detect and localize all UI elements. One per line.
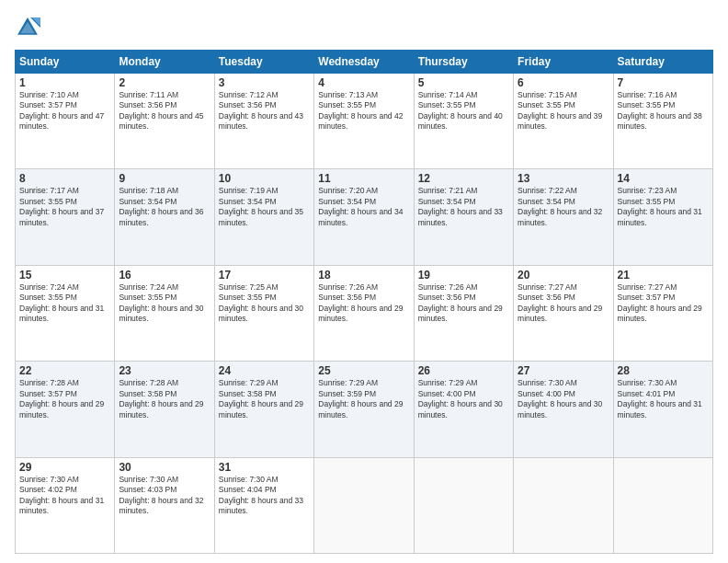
header	[15, 15, 713, 40]
cell-text: Sunrise: 7:26 AMSunset: 3:56 PMDaylight:…	[318, 282, 403, 323]
day-number: 7	[618, 76, 709, 89]
calendar-cell: 6Sunrise: 7:15 AMSunset: 3:55 PMDaylight…	[514, 74, 613, 169]
calendar-cell: 10Sunrise: 7:19 AMSunset: 3:54 PMDayligh…	[214, 169, 313, 265]
day-number: 4	[318, 76, 409, 89]
day-number: 30	[119, 461, 210, 474]
calendar-header-thursday: Thursday	[414, 51, 513, 74]
calendar-header-monday: Monday	[115, 51, 214, 74]
calendar-cell: 8Sunrise: 7:17 AMSunset: 3:55 PMDaylight…	[16, 169, 115, 265]
calendar-cell	[514, 457, 613, 553]
calendar-cell: 28Sunrise: 7:30 AMSunset: 4:01 PMDayligh…	[613, 362, 712, 457]
day-number: 21	[618, 269, 709, 282]
calendar-cell: 14Sunrise: 7:23 AMSunset: 3:55 PMDayligh…	[613, 169, 712, 265]
day-number: 20	[518, 269, 609, 282]
day-number: 14	[618, 172, 709, 185]
cell-text: Sunrise: 7:29 AMSunset: 4:00 PMDaylight:…	[418, 378, 503, 419]
cell-text: Sunrise: 7:12 AMSunset: 3:56 PMDaylight:…	[219, 90, 303, 131]
day-number: 9	[119, 172, 210, 185]
day-number: 15	[19, 269, 110, 282]
page: SundayMondayTuesdayWednesdayThursdayFrid…	[0, 0, 728, 563]
day-number: 8	[19, 172, 110, 185]
calendar-cell: 17Sunrise: 7:25 AMSunset: 3:55 PMDayligh…	[214, 265, 313, 361]
calendar-week-row: 15Sunrise: 7:24 AMSunset: 3:55 PMDayligh…	[16, 265, 713, 361]
calendar-cell: 3Sunrise: 7:12 AMSunset: 3:56 PMDaylight…	[214, 74, 313, 169]
cell-text: Sunrise: 7:29 AMSunset: 3:59 PMDaylight:…	[318, 378, 403, 419]
cell-text: Sunrise: 7:30 AMSunset: 4:04 PMDaylight:…	[219, 475, 303, 515]
calendar-cell: 18Sunrise: 7:26 AMSunset: 3:56 PMDayligh…	[314, 265, 414, 361]
day-number: 2	[119, 76, 210, 89]
day-number: 10	[219, 172, 310, 185]
calendar-cell: 5Sunrise: 7:14 AMSunset: 3:55 PMDaylight…	[414, 74, 513, 169]
cell-text: Sunrise: 7:25 AMSunset: 3:55 PMDaylight:…	[219, 282, 303, 323]
cell-text: Sunrise: 7:16 AMSunset: 3:55 PMDaylight:…	[618, 90, 702, 131]
cell-text: Sunrise: 7:30 AMSunset: 4:00 PMDaylight:…	[518, 378, 602, 419]
calendar-cell	[314, 457, 414, 553]
logo	[15, 15, 44, 40]
day-number: 5	[418, 76, 509, 89]
cell-text: Sunrise: 7:29 AMSunset: 3:58 PMDaylight:…	[219, 378, 303, 419]
day-number: 3	[219, 76, 310, 89]
day-number: 17	[219, 269, 310, 282]
calendar-cell: 1Sunrise: 7:10 AMSunset: 3:57 PMDaylight…	[16, 74, 115, 169]
calendar-week-row: 29Sunrise: 7:30 AMSunset: 4:02 PMDayligh…	[16, 457, 713, 553]
cell-text: Sunrise: 7:28 AMSunset: 3:57 PMDaylight:…	[19, 378, 104, 419]
day-number: 12	[418, 172, 509, 185]
day-number: 19	[418, 269, 509, 282]
cell-text: Sunrise: 7:15 AMSunset: 3:55 PMDaylight:…	[518, 90, 602, 131]
calendar-cell: 21Sunrise: 7:27 AMSunset: 3:57 PMDayligh…	[613, 265, 712, 361]
calendar-cell: 31Sunrise: 7:30 AMSunset: 4:04 PMDayligh…	[214, 457, 313, 553]
logo-icon	[15, 15, 40, 40]
day-number: 22	[19, 364, 110, 377]
calendar-cell: 9Sunrise: 7:18 AMSunset: 3:54 PMDaylight…	[115, 169, 214, 265]
day-number: 25	[318, 364, 409, 377]
cell-text: Sunrise: 7:30 AMSunset: 4:01 PMDaylight:…	[618, 378, 702, 419]
day-number: 18	[318, 269, 409, 282]
cell-text: Sunrise: 7:13 AMSunset: 3:55 PMDaylight:…	[318, 90, 403, 131]
cell-text: Sunrise: 7:19 AMSunset: 3:54 PMDaylight:…	[219, 186, 303, 226]
calendar-header-row: SundayMondayTuesdayWednesdayThursdayFrid…	[16, 51, 713, 74]
calendar-cell: 15Sunrise: 7:24 AMSunset: 3:55 PMDayligh…	[16, 265, 115, 361]
cell-text: Sunrise: 7:22 AMSunset: 3:54 PMDaylight:…	[518, 186, 602, 226]
calendar-cell: 11Sunrise: 7:20 AMSunset: 3:54 PMDayligh…	[314, 169, 414, 265]
calendar-cell: 29Sunrise: 7:30 AMSunset: 4:02 PMDayligh…	[16, 457, 115, 553]
calendar-week-row: 8Sunrise: 7:17 AMSunset: 3:55 PMDaylight…	[16, 169, 713, 265]
calendar-cell: 4Sunrise: 7:13 AMSunset: 3:55 PMDaylight…	[314, 74, 414, 169]
cell-text: Sunrise: 7:30 AMSunset: 4:03 PMDaylight:…	[119, 475, 203, 515]
calendar-week-row: 1Sunrise: 7:10 AMSunset: 3:57 PMDaylight…	[16, 74, 713, 169]
day-number: 13	[518, 172, 609, 185]
calendar-cell: 16Sunrise: 7:24 AMSunset: 3:55 PMDayligh…	[115, 265, 214, 361]
calendar-cell: 2Sunrise: 7:11 AMSunset: 3:56 PMDaylight…	[115, 74, 214, 169]
day-number: 29	[19, 461, 110, 474]
calendar-cell: 7Sunrise: 7:16 AMSunset: 3:55 PMDaylight…	[613, 74, 712, 169]
day-number: 6	[518, 76, 609, 89]
calendar-cell: 23Sunrise: 7:28 AMSunset: 3:58 PMDayligh…	[115, 362, 214, 457]
day-number: 11	[318, 172, 409, 185]
calendar-cell: 27Sunrise: 7:30 AMSunset: 4:00 PMDayligh…	[514, 362, 613, 457]
calendar-header-tuesday: Tuesday	[214, 51, 313, 74]
calendar-table: SundayMondayTuesdayWednesdayThursdayFrid…	[15, 50, 713, 554]
day-number: 24	[219, 364, 310, 377]
calendar-header-friday: Friday	[514, 51, 613, 74]
calendar-cell: 25Sunrise: 7:29 AMSunset: 3:59 PMDayligh…	[314, 362, 414, 457]
day-number: 1	[19, 76, 110, 89]
calendar-header-sunday: Sunday	[16, 51, 115, 74]
cell-text: Sunrise: 7:23 AMSunset: 3:55 PMDaylight:…	[618, 186, 702, 226]
cell-text: Sunrise: 7:30 AMSunset: 4:02 PMDaylight:…	[19, 475, 104, 515]
cell-text: Sunrise: 7:24 AMSunset: 3:55 PMDaylight:…	[19, 282, 104, 323]
cell-text: Sunrise: 7:28 AMSunset: 3:58 PMDaylight:…	[119, 378, 203, 419]
calendar-cell: 26Sunrise: 7:29 AMSunset: 4:00 PMDayligh…	[414, 362, 513, 457]
cell-text: Sunrise: 7:24 AMSunset: 3:55 PMDaylight:…	[119, 282, 203, 323]
cell-text: Sunrise: 7:14 AMSunset: 3:55 PMDaylight:…	[418, 90, 503, 131]
day-number: 16	[119, 269, 210, 282]
cell-text: Sunrise: 7:21 AMSunset: 3:54 PMDaylight:…	[418, 186, 503, 226]
calendar-cell: 12Sunrise: 7:21 AMSunset: 3:54 PMDayligh…	[414, 169, 513, 265]
cell-text: Sunrise: 7:27 AMSunset: 3:57 PMDaylight:…	[618, 282, 702, 323]
day-number: 26	[418, 364, 509, 377]
day-number: 31	[219, 461, 310, 474]
cell-text: Sunrise: 7:18 AMSunset: 3:54 PMDaylight:…	[119, 186, 203, 226]
day-number: 23	[119, 364, 210, 377]
day-number: 27	[518, 364, 609, 377]
calendar-cell: 30Sunrise: 7:30 AMSunset: 4:03 PMDayligh…	[115, 457, 214, 553]
cell-text: Sunrise: 7:27 AMSunset: 3:56 PMDaylight:…	[518, 282, 602, 323]
calendar-cell: 24Sunrise: 7:29 AMSunset: 3:58 PMDayligh…	[214, 362, 313, 457]
